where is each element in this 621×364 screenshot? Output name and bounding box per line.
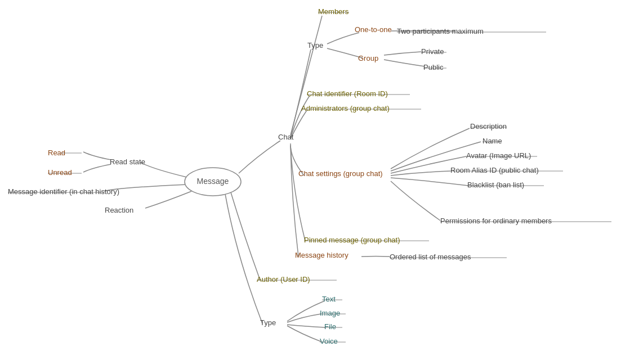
file-label: File bbox=[324, 322, 336, 331]
pinned-label: Pinned message (group chat) bbox=[304, 236, 400, 244]
chat-settings-label: Chat settings (group chat) bbox=[298, 169, 383, 178]
one-to-one-label: One-to-one bbox=[355, 25, 392, 34]
blacklist-label: Blacklist (ban list) bbox=[467, 181, 524, 189]
two-participants-label: Two participants maximum bbox=[397, 27, 484, 35]
text-label: Text bbox=[322, 295, 336, 303]
message-id-label: Message identifier (in chat history) bbox=[8, 187, 119, 196]
admins-label: Administrators (group chat) bbox=[301, 104, 390, 113]
ordered-list-label: Ordered list of messages bbox=[390, 253, 471, 261]
reaction-label: Reaction bbox=[105, 206, 133, 214]
avatar-label: Avatar (Image URL) bbox=[466, 151, 531, 160]
voice-label: Voice bbox=[320, 337, 338, 345]
members-label: Members bbox=[318, 7, 349, 16]
read-label: Read bbox=[48, 149, 65, 157]
chat-label: Chat bbox=[278, 133, 294, 141]
author-label: Author (User ID) bbox=[257, 275, 310, 284]
room-alias-label: Room Alias ID (public chat) bbox=[450, 166, 539, 174]
chat-id-label: Chat identifier (Room ID) bbox=[307, 89, 388, 98]
group-label: Group bbox=[358, 54, 378, 62]
private-label: Private bbox=[421, 47, 444, 56]
public-label: Public bbox=[423, 63, 444, 71]
permissions-label: Permissions for ordinary members bbox=[440, 217, 552, 225]
unread-label: Unread bbox=[48, 168, 72, 177]
type-chat-label: Type bbox=[307, 41, 323, 50]
central-node-label: Message bbox=[197, 177, 229, 186]
name-label: Name bbox=[482, 137, 502, 145]
description-label: Description bbox=[470, 122, 507, 131]
read-state-label: Read state bbox=[110, 158, 145, 166]
image-label: Image bbox=[320, 309, 340, 317]
msg-history-label: Message history bbox=[295, 251, 349, 259]
type-msg-label: Type bbox=[260, 318, 276, 327]
